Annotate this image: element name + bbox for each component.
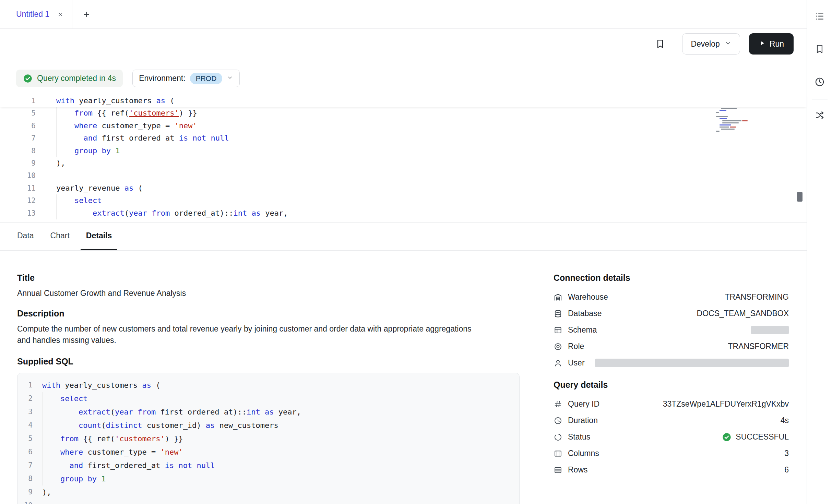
connection-details-rows: WarehouseTRANSFORMINGDatabaseDOCS_TEAM_S… xyxy=(554,289,789,371)
line-number: 10 xyxy=(17,499,33,504)
code-text[interactable]: from {{ ref('customers') }} xyxy=(56,107,197,119)
code-line[interactable]: 1with yearly_customers as ( xyxy=(0,95,807,107)
app-root: Untitled 1 Develop Run Query completed i… xyxy=(0,0,832,504)
code-line[interactable]: 13 extract(year from ordered_at)::int as… xyxy=(0,207,807,219)
line-number: 8 xyxy=(0,145,36,157)
code-line[interactable]: 6 where customer_type = 'new' xyxy=(0,120,807,132)
tab-details[interactable]: Details xyxy=(81,223,117,250)
environment-label: Environment: xyxy=(139,74,186,83)
detail-label: Status xyxy=(568,432,590,442)
user-icon xyxy=(554,359,562,368)
code-text[interactable]: ), xyxy=(56,157,66,169)
code-text: where customer_type = 'new' xyxy=(42,445,183,459)
detail-label: Role xyxy=(568,342,584,351)
code-text[interactable]: extract(year from ordered_at)::int as ye… xyxy=(56,207,288,219)
code-text[interactable]: where customer_type = 'new' xyxy=(56,120,197,132)
code-line: 2 select xyxy=(17,392,519,405)
hash-icon xyxy=(554,400,562,409)
database-icon xyxy=(554,309,562,318)
warehouse-row: WarehouseTRANSFORMING xyxy=(554,289,789,305)
code-line: 1with yearly_customers as ( xyxy=(17,379,519,392)
close-icon[interactable] xyxy=(57,11,64,18)
code-line[interactable]: 11yearly_revenue as ( xyxy=(0,182,807,194)
code-text[interactable]: select xyxy=(56,194,102,207)
code-line[interactable]: 5 from {{ ref('customers') }} xyxy=(0,107,807,119)
indent-guide xyxy=(56,207,57,219)
code-line[interactable]: 7 and first_ordered_at is not null xyxy=(0,132,807,144)
line-number: 6 xyxy=(0,120,36,132)
indent-guide xyxy=(56,194,57,207)
code-line: 8 group by 1 xyxy=(17,472,519,485)
code-text: and first_ordered_at is not null xyxy=(42,459,215,472)
redacted-value xyxy=(751,326,789,334)
bookmark-icon[interactable] xyxy=(655,38,666,49)
code-line: 3 extract(year from first_ordered_at)::i… xyxy=(17,405,519,419)
status-row: StatusSUCCESSFUL xyxy=(554,429,789,445)
user-row: User xyxy=(554,355,789,371)
code-text[interactable]: group by 1 xyxy=(56,145,120,157)
code-line: 9), xyxy=(17,485,519,499)
code-text: from {{ ref('customers') }} xyxy=(42,432,183,445)
history-icon[interactable] xyxy=(813,75,827,89)
clock-icon xyxy=(554,416,562,425)
line-number: 2 xyxy=(17,392,33,405)
indent-guide xyxy=(56,145,57,157)
code-text[interactable]: yearly_revenue as ( xyxy=(56,182,143,194)
duration-row: Duration4s xyxy=(554,412,789,429)
run-button[interactable]: Run xyxy=(749,33,794,55)
detail-value: DOCS_TEAM_SANDBOX xyxy=(697,309,789,318)
tab-chart[interactable]: Chart xyxy=(45,223,75,250)
indent-guide xyxy=(42,405,43,419)
code-line[interactable]: 12 select xyxy=(0,194,807,207)
right-sidebar xyxy=(807,0,832,504)
sql-editor[interactable]: 1with yearly_customers as (5 from {{ ref… xyxy=(0,91,807,223)
query-details-heading: Query details xyxy=(554,380,789,390)
success-check-icon xyxy=(722,432,732,442)
bookmark-icon[interactable] xyxy=(813,42,827,56)
code-text[interactable]: with yearly_customers as ( xyxy=(56,95,174,107)
code-text: group by 1 xyxy=(42,472,106,485)
check-circle-icon xyxy=(23,74,33,83)
status-bar: Query completed in 4s Environment: PROD xyxy=(16,70,807,87)
detail-label: Schema xyxy=(568,325,597,335)
code-text: select xyxy=(42,392,87,405)
description-heading: Description xyxy=(17,308,520,319)
line-number: 9 xyxy=(17,485,33,499)
code-line[interactable]: 9), xyxy=(0,157,807,169)
role-row: RoleTRANSFORMER xyxy=(554,338,789,355)
list-icon[interactable] xyxy=(813,9,827,23)
supplied-sql-lines: 1with yearly_customers as (2 select3 ext… xyxy=(17,379,519,504)
supplied-sql-block: 1with yearly_customers as (2 select3 ext… xyxy=(17,373,520,504)
play-icon xyxy=(759,39,765,49)
code-line: 10 xyxy=(17,499,519,504)
new-tab-button[interactable] xyxy=(82,10,91,19)
code-line[interactable]: 8 group by 1 xyxy=(0,145,807,157)
indent-guide xyxy=(42,392,43,405)
environment-selector[interactable]: Environment: PROD xyxy=(132,70,240,87)
indent-guide xyxy=(42,419,43,432)
details-left-column: Title Annual Customer Growth and Revenue… xyxy=(17,273,520,504)
code-line[interactable]: 10 xyxy=(0,169,807,182)
develop-button[interactable]: Develop xyxy=(682,33,740,55)
tab-data[interactable]: Data xyxy=(12,223,39,250)
line-number: 13 xyxy=(0,207,36,219)
tab-bar: Untitled 1 xyxy=(0,0,807,29)
indent-guide xyxy=(42,472,43,485)
editor-scrollbar-thumb[interactable] xyxy=(797,192,803,202)
line-number: 6 xyxy=(17,445,33,459)
query-id-row: Query ID33TZseWpe1ALFDUYerxR1gVKxbv xyxy=(554,396,789,412)
lineage-icon[interactable] xyxy=(813,108,827,122)
code-line: 5 from {{ ref('customers') }} xyxy=(17,432,519,445)
role-icon xyxy=(554,342,562,351)
code-text[interactable]: and first_ordered_at is not null xyxy=(56,132,229,144)
chevron-down-icon xyxy=(725,39,732,49)
rows-icon xyxy=(554,466,562,475)
warehouse-icon xyxy=(554,293,562,302)
columns-row: Columns3 xyxy=(554,445,789,462)
tab-untitled-1[interactable]: Untitled 1 xyxy=(0,0,72,28)
code-text: extract(year from first_ordered_at)::int… xyxy=(42,405,301,419)
detail-label: Warehouse xyxy=(568,292,608,302)
detail-value: TRANSFORMER xyxy=(728,342,789,351)
indent-guide xyxy=(56,107,57,119)
indent-guide xyxy=(42,445,43,459)
